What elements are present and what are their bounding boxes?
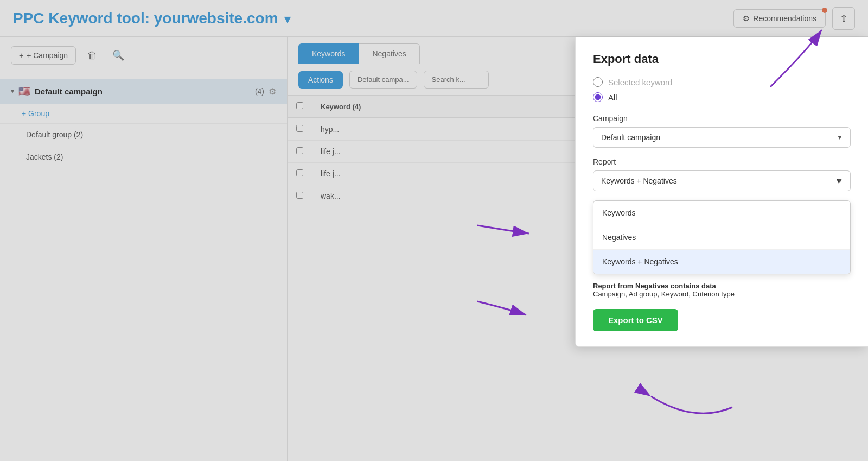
radio-all-label: All bbox=[608, 93, 617, 102]
option-label: Keywords + Negatives bbox=[602, 257, 678, 266]
radio-all-input[interactable] bbox=[593, 92, 603, 102]
report-select-wrapper: Keywords + Negatives ▼ bbox=[593, 170, 851, 191]
radio-all[interactable]: All bbox=[593, 92, 851, 102]
report-note-text: Campaign, Ad group, Keyword, Criterion t… bbox=[593, 290, 735, 298]
report-note-bold: Report from Negatives contains data bbox=[593, 282, 716, 290]
campaign-select[interactable]: Default campaign bbox=[593, 127, 851, 148]
campaign-select-wrapper: Default campaign bbox=[593, 127, 851, 148]
report-select-value: Keywords + Negatives bbox=[601, 176, 677, 185]
export-panel: Export data Selected keyword All Campaig… bbox=[575, 37, 868, 347]
report-field-label: Report bbox=[593, 157, 851, 166]
report-select-display[interactable]: Keywords + Negatives ▼ bbox=[593, 170, 851, 191]
export-csv-button[interactable]: Export to CSV bbox=[593, 309, 678, 331]
radio-group: Selected keyword All bbox=[593, 77, 851, 102]
report-note: Report from Negatives contains data Camp… bbox=[593, 282, 851, 298]
dropdown-option-keywords-negatives[interactable]: Keywords + Negatives bbox=[593, 250, 850, 274]
export-panel-title: Export data bbox=[593, 52, 851, 66]
chevron-down-icon: ▼ bbox=[835, 176, 843, 185]
dropdown-option-keywords[interactable]: Keywords bbox=[593, 201, 850, 225]
export-csv-label: Export to CSV bbox=[608, 315, 663, 325]
campaign-field-label: Campaign bbox=[593, 114, 851, 123]
dropdown-option-negatives[interactable]: Negatives bbox=[593, 225, 850, 250]
report-dropdown-options: Keywords Negatives Keywords + Negatives bbox=[593, 200, 851, 274]
campaign-field: Campaign Default campaign bbox=[593, 114, 851, 148]
radio-selected-keyword[interactable]: Selected keyword bbox=[593, 77, 851, 87]
option-label: Keywords bbox=[602, 209, 635, 217]
radio-selected-label: Selected keyword bbox=[608, 78, 672, 87]
option-label: Negatives bbox=[602, 233, 636, 242]
radio-selected-input[interactable] bbox=[593, 77, 603, 87]
report-field: Report Keywords + Negatives ▼ bbox=[593, 157, 851, 191]
